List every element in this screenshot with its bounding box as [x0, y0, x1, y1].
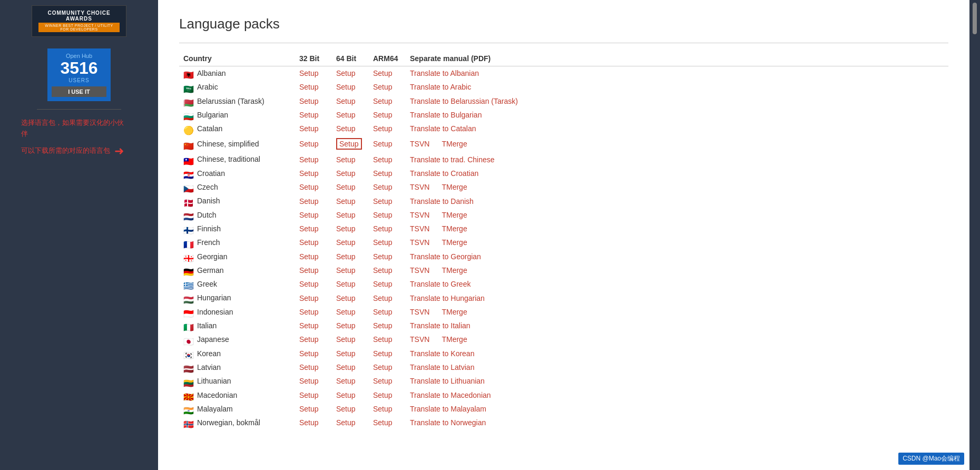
- manual-cell[interactable]: Translate to Croatian: [406, 167, 948, 180]
- setup-32bit-link[interactable]: Setup: [299, 97, 319, 105]
- manual-cell[interactable]: Translate to Latvian: [406, 360, 948, 374]
- setup-32bit[interactable]: Setup: [295, 80, 332, 94]
- setup-arm64-link[interactable]: Setup: [373, 252, 393, 261]
- scrollbar-thumb[interactable]: [973, 3, 977, 34]
- setup-arm64-link[interactable]: Setup: [373, 363, 393, 371]
- setup-64bit-link[interactable]: Setup: [336, 377, 356, 385]
- setup-64bit-link[interactable]: Setup: [336, 155, 356, 164]
- setup-32bit-link[interactable]: Setup: [299, 224, 319, 233]
- setup-32bit-link[interactable]: Setup: [299, 140, 319, 148]
- setup-64bit-link[interactable]: Setup: [336, 266, 356, 275]
- setup-arm64[interactable]: Setup: [369, 222, 406, 236]
- setup-32bit-link[interactable]: Setup: [299, 155, 319, 164]
- setup-arm64[interactable]: Setup: [369, 208, 406, 222]
- manual-tsvn-link[interactable]: TSVN: [410, 183, 429, 191]
- setup-arm64[interactable]: Setup: [369, 263, 406, 277]
- setup-32bit[interactable]: Setup: [295, 66, 332, 81]
- setup-arm64-link[interactable]: Setup: [373, 155, 393, 164]
- manual-cell[interactable]: Translate to Norwegian: [406, 416, 948, 429]
- setup-32bit-link[interactable]: Setup: [299, 211, 319, 219]
- setup-64bit[interactable]: Setup: [332, 80, 369, 94]
- manual-translate-link[interactable]: Translate to Bulgarian: [410, 111, 482, 119]
- setup-arm64-link[interactable]: Setup: [373, 83, 393, 91]
- setup-64bit[interactable]: Setup: [332, 402, 369, 416]
- setup-arm64-link[interactable]: Setup: [373, 224, 393, 233]
- setup-arm64[interactable]: Setup: [369, 94, 406, 108]
- setup-arm64[interactable]: Setup: [369, 250, 406, 263]
- manual-cell[interactable]: Translate to Macedonian: [406, 388, 948, 402]
- setup-64bit-link[interactable]: Setup: [336, 335, 356, 344]
- setup-64bit[interactable]: Setup: [332, 263, 369, 277]
- setup-arm64[interactable]: Setup: [369, 291, 406, 305]
- setup-arm64-link[interactable]: Setup: [373, 405, 393, 413]
- manual-cell[interactable]: TSVN TMerge: [406, 305, 948, 319]
- manual-cell[interactable]: Translate to Lithuanian: [406, 374, 948, 388]
- setup-32bit[interactable]: Setup: [295, 291, 332, 305]
- setup-32bit[interactable]: Setup: [295, 332, 332, 346]
- setup-64bit[interactable]: Setup: [332, 167, 369, 180]
- setup-64bit[interactable]: Setup: [332, 305, 369, 319]
- manual-tsvn-link[interactable]: TSVN: [410, 308, 429, 316]
- setup-64bit[interactable]: Setup: [332, 374, 369, 388]
- setup-64bit[interactable]: Setup: [332, 208, 369, 222]
- setup-arm64[interactable]: Setup: [369, 180, 406, 194]
- manual-translate-link[interactable]: Translate to Norwegian: [410, 418, 486, 427]
- setup-arm64[interactable]: Setup: [369, 416, 406, 429]
- setup-64bit-link[interactable]: Setup: [336, 238, 356, 247]
- manual-translate-link[interactable]: Translate to Croatian: [410, 169, 478, 178]
- setup-64bit-link[interactable]: Setup: [336, 349, 356, 358]
- manual-translate-link[interactable]: Translate to Lithuanian: [410, 377, 485, 385]
- setup-arm64[interactable]: Setup: [369, 305, 406, 319]
- setup-64bit-link[interactable]: Setup: [336, 280, 356, 288]
- setup-32bit-link[interactable]: Setup: [299, 252, 319, 261]
- setup-arm64-link[interactable]: Setup: [373, 169, 393, 178]
- manual-tsvn-link[interactable]: TSVN: [410, 335, 429, 344]
- setup-64bit-link[interactable]: Setup: [336, 124, 356, 133]
- setup-arm64-link[interactable]: Setup: [373, 124, 393, 133]
- setup-64bit-link[interactable]: Setup: [336, 138, 362, 150]
- setup-64bit[interactable]: Setup: [332, 152, 369, 166]
- setup-64bit[interactable]: Setup: [332, 360, 369, 374]
- setup-arm64[interactable]: Setup: [369, 277, 406, 291]
- manual-translate-link[interactable]: Translate to Latvian: [410, 363, 474, 371]
- setup-64bit[interactable]: Setup: [332, 194, 369, 208]
- setup-arm64[interactable]: Setup: [369, 360, 406, 374]
- manual-cell[interactable]: Translate to Bulgarian: [406, 108, 948, 122]
- manual-cell[interactable]: Translate to Malayalam: [406, 402, 948, 416]
- setup-64bit-link[interactable]: Setup: [336, 111, 356, 119]
- setup-64bit-link[interactable]: Setup: [336, 363, 356, 371]
- setup-64bit-link[interactable]: Setup: [336, 391, 356, 399]
- setup-32bit-link[interactable]: Setup: [299, 308, 319, 316]
- setup-arm64-link[interactable]: Setup: [373, 335, 393, 344]
- setup-arm64-link[interactable]: Setup: [373, 197, 393, 205]
- setup-32bit[interactable]: Setup: [295, 305, 332, 319]
- setup-arm64[interactable]: Setup: [369, 194, 406, 208]
- setup-32bit[interactable]: Setup: [295, 222, 332, 236]
- manual-translate-link[interactable]: Translate to Hungarian: [410, 294, 485, 302]
- manual-cell[interactable]: Translate to Albanian: [406, 66, 948, 81]
- manual-cell[interactable]: TSVN TMerge: [406, 263, 948, 277]
- manual-cell[interactable]: TSVN TMerge: [406, 222, 948, 236]
- setup-64bit[interactable]: Setup: [332, 291, 369, 305]
- manual-translate-link[interactable]: Translate to trad. Chinese: [410, 155, 495, 164]
- setup-arm64[interactable]: Setup: [369, 236, 406, 249]
- manual-tmerge-link[interactable]: TMerge: [442, 211, 467, 219]
- setup-arm64-link[interactable]: Setup: [373, 69, 393, 77]
- setup-arm64[interactable]: Setup: [369, 66, 406, 81]
- setup-64bit[interactable]: Setup: [332, 222, 369, 236]
- setup-32bit[interactable]: Setup: [295, 263, 332, 277]
- setup-32bit-link[interactable]: Setup: [299, 335, 319, 344]
- setup-64bit-link[interactable]: Setup: [336, 211, 356, 219]
- setup-32bit-link[interactable]: Setup: [299, 391, 319, 399]
- setup-64bit[interactable]: Setup: [332, 236, 369, 249]
- setup-64bit[interactable]: Setup: [332, 250, 369, 263]
- setup-32bit[interactable]: Setup: [295, 277, 332, 291]
- setup-arm64-link[interactable]: Setup: [373, 238, 393, 247]
- manual-cell[interactable]: Translate to Danish: [406, 194, 948, 208]
- setup-arm64[interactable]: Setup: [369, 374, 406, 388]
- setup-64bit[interactable]: Setup: [332, 388, 369, 402]
- setup-32bit-link[interactable]: Setup: [299, 111, 319, 119]
- setup-64bit-link[interactable]: Setup: [336, 321, 356, 330]
- manual-tmerge-link[interactable]: TMerge: [442, 224, 467, 233]
- manual-cell[interactable]: TSVN TMerge: [406, 180, 948, 194]
